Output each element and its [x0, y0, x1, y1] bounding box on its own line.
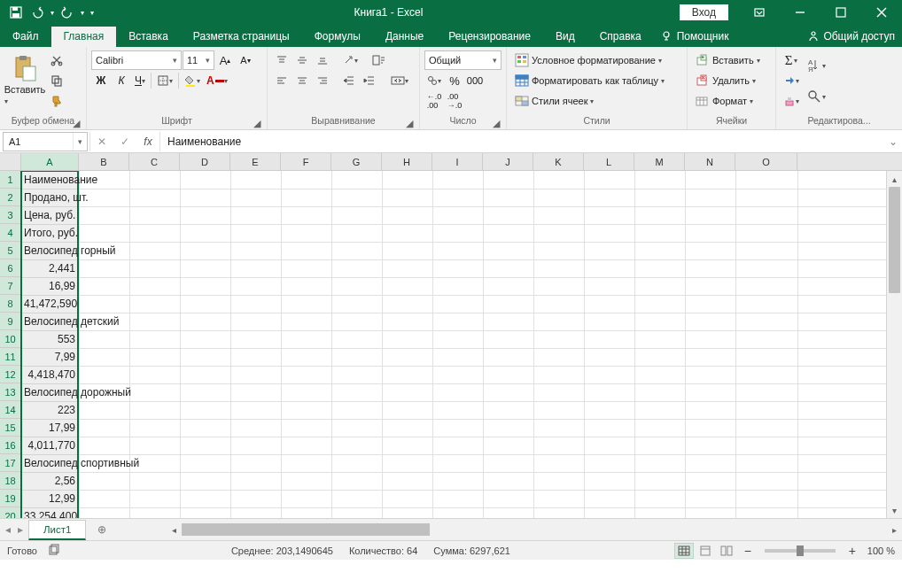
align-bottom-icon[interactable] [313, 50, 332, 70]
cell[interactable]: Велосипед детский [21, 313, 198, 330]
fill-icon[interactable]: ▾ [781, 71, 802, 90]
font-size-combo[interactable]: 11▾ [183, 50, 214, 70]
number-launcher-icon[interactable]: ◢ [492, 119, 501, 128]
undo-dropdown-icon[interactable]: ▾ [48, 3, 57, 22]
tab-review[interactable]: Рецензирование [436, 27, 543, 47]
sheet-nav-prev-icon[interactable]: ◂ [5, 523, 11, 536]
hscroll-thumb[interactable] [182, 523, 430, 536]
increase-indent-icon[interactable] [360, 71, 379, 90]
cell[interactable]: 41,472,590 [21, 295, 78, 313]
scroll-down-icon[interactable]: ▾ [887, 502, 902, 518]
align-center-icon[interactable] [292, 71, 312, 90]
decrease-font-icon[interactable]: A▾ [236, 50, 255, 70]
ribbon-options-icon[interactable] [739, 0, 780, 25]
align-right-icon[interactable] [313, 71, 332, 90]
comma-icon[interactable]: 000 [465, 71, 485, 90]
tell-me[interactable]: Помощник [654, 30, 736, 47]
expand-formula-icon[interactable]: ⌄ [884, 135, 902, 148]
cell[interactable]: 12,99 [21, 490, 78, 507]
autosum-icon[interactable]: Σ▾ [781, 50, 802, 70]
column-header[interactable]: N [685, 153, 735, 170]
column-header[interactable]: F [281, 153, 331, 170]
share-button[interactable]: Общий доступ [800, 30, 902, 47]
row-header[interactable]: 16 [0, 437, 20, 454]
conditional-format-button[interactable]: Условное форматирование▾ [511, 50, 668, 70]
increase-decimal-icon[interactable]: ←.0.00 [424, 91, 444, 111]
scroll-left-icon[interactable]: ◂ [166, 522, 182, 538]
zoom-in-icon[interactable]: + [843, 543, 862, 559]
italic-button[interactable]: К [112, 71, 131, 90]
view-page-break-icon[interactable] [717, 543, 736, 559]
tab-file[interactable]: Файл [0, 27, 51, 47]
underline-button[interactable]: Ч▾ [132, 71, 148, 90]
column-header[interactable]: A [21, 153, 79, 170]
row-header[interactable]: 11 [0, 348, 20, 366]
redo-dropdown-icon[interactable]: ▾ [78, 3, 87, 22]
sheet-nav-next-icon[interactable]: ▸ [18, 523, 23, 536]
column-header[interactable]: E [230, 153, 281, 170]
macro-record-icon[interactable] [48, 544, 60, 558]
qat-customize-icon[interactable]: ▾ [87, 3, 97, 22]
column-header[interactable]: B [79, 153, 129, 170]
cells-format-button[interactable]: Формат▾ [692, 91, 764, 111]
tab-layout[interactable]: Разметка страницы [181, 27, 302, 47]
formula-input[interactable]: Наименование [160, 132, 884, 151]
tab-help[interactable]: Справка [587, 27, 654, 47]
cells-insert-button[interactable]: Вставить▾ [692, 50, 764, 70]
column-header[interactable]: C [129, 153, 180, 170]
cell[interactable]: 16,99 [21, 277, 78, 295]
column-header[interactable]: J [483, 153, 533, 170]
cell[interactable]: Велосипед горный [21, 242, 198, 259]
cells-delete-button[interactable]: Удалить▾ [692, 71, 764, 90]
cell[interactable]: 7,99 [21, 348, 78, 366]
row-header[interactable]: 18 [0, 472, 20, 490]
currency-icon[interactable]: ▾ [424, 71, 444, 90]
cell-area[interactable]: НаименованиеПродано, шт.Цена, руб.Итого,… [21, 171, 886, 518]
cell[interactable]: Итого, руб. [21, 224, 198, 242]
zoom-out-icon[interactable]: − [738, 543, 758, 559]
cancel-formula-icon[interactable]: ✕ [90, 132, 113, 151]
name-box[interactable]: A1▾ [3, 132, 88, 151]
column-header[interactable]: G [331, 153, 382, 170]
cell[interactable]: Велосипед спортивный [21, 454, 198, 472]
tab-data[interactable]: Данные [373, 27, 436, 47]
row-header[interactable]: 2 [0, 189, 20, 206]
tab-home[interactable]: Главная [51, 27, 117, 47]
row-header[interactable]: 14 [0, 401, 20, 419]
clear-icon[interactable]: ▾ [781, 91, 802, 111]
zoom-slider[interactable] [765, 549, 836, 553]
percent-icon[interactable]: % [445, 71, 464, 90]
paste-button[interactable]: Вставить▾ [4, 49, 46, 111]
cell[interactable]: 2,441 [21, 259, 78, 277]
sheet-tab[interactable]: Лист1 [28, 520, 86, 540]
alignment-launcher-icon[interactable]: ◢ [405, 119, 414, 128]
cell[interactable]: 33,254,400 [21, 507, 78, 518]
font-name-combo[interactable]: Calibri▾ [91, 50, 182, 70]
merge-icon[interactable]: ▾ [388, 71, 411, 90]
align-left-icon[interactable] [272, 71, 292, 90]
tab-formulas[interactable]: Формулы [302, 27, 373, 47]
redo-icon[interactable] [57, 3, 78, 22]
column-header[interactable]: D [180, 153, 230, 170]
close-icon[interactable] [861, 0, 902, 25]
row-header[interactable]: 10 [0, 330, 20, 348]
horizontal-scrollbar[interactable]: ◂ ▸ [166, 522, 902, 538]
font-launcher-icon[interactable]: ◢ [253, 119, 261, 128]
row-header[interactable]: 17 [0, 454, 20, 472]
align-middle-icon[interactable] [292, 50, 312, 70]
scroll-right-icon[interactable]: ▸ [886, 522, 902, 538]
row-header[interactable]: 5 [0, 242, 20, 259]
align-top-icon[interactable] [272, 50, 292, 70]
scroll-up-icon[interactable]: ▴ [887, 171, 902, 187]
decrease-indent-icon[interactable] [339, 71, 359, 90]
add-sheet-icon[interactable]: ⊕ [91, 521, 113, 538]
border-icon[interactable]: ▾ [154, 71, 175, 90]
row-header[interactable]: 20 [0, 507, 20, 518]
column-header[interactable]: L [584, 153, 634, 170]
column-header[interactable]: H [382, 153, 432, 170]
column-header[interactable]: O [735, 153, 797, 170]
cell[interactable]: Продано, шт. [21, 189, 198, 206]
cell[interactable]: 4,418,470 [21, 366, 78, 383]
view-page-layout-icon[interactable] [696, 543, 715, 559]
tab-view[interactable]: Вид [543, 27, 587, 47]
